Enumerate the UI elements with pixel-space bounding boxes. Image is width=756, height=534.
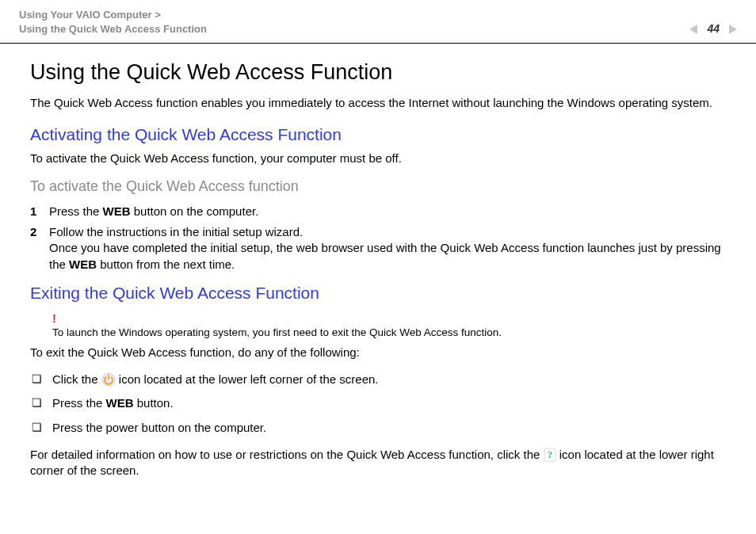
- step-text: Follow the instructions in the initial s…: [49, 225, 303, 238]
- svg-text:?: ?: [547, 448, 552, 460]
- list-item: Press the WEB button.: [30, 395, 734, 411]
- breadcrumb-section: Using Your VAIO Computer: [19, 9, 152, 21]
- page-content: Using the Quick Web Access Function The …: [0, 44, 756, 501]
- activate-intro: To activate the Quick Web Access functio…: [30, 151, 734, 166]
- chevron-right-icon: >: [155, 9, 161, 21]
- activation-steps: Press the WEB button on the computer. Fo…: [30, 204, 734, 273]
- page-number: 44: [707, 21, 720, 36]
- list-text: Click the: [52, 372, 101, 386]
- exit-options-list: Click the icon located at the lower left…: [30, 372, 734, 436]
- page-header: Using Your VAIO Computer > Using the Qui…: [0, 0, 756, 43]
- list-text: Press the: [52, 396, 106, 410]
- breadcrumb: Using Your VAIO Computer > Using the Qui…: [19, 8, 207, 36]
- svg-marker-0: [689, 25, 697, 34]
- section-heading-activate: Activating the Quick Web Access Function: [30, 124, 734, 146]
- help-icon: ?: [544, 448, 556, 462]
- caution-text: To launch the Windows operating system, …: [52, 326, 734, 340]
- list-item: Press the power button on the computer.: [30, 420, 734, 436]
- step-text: Press the: [49, 204, 103, 218]
- prev-page-button[interactable]: [686, 22, 702, 36]
- svg-marker-1: [729, 25, 737, 34]
- step-text-bold: WEB: [69, 257, 97, 271]
- page-intro: The Quick Web Access function enables yo…: [30, 95, 734, 111]
- breadcrumb-page: Using the Quick Web Access Function: [19, 23, 207, 35]
- caution-icon: !: [52, 311, 734, 326]
- list-item: Click the icon located at the lower left…: [30, 372, 734, 387]
- trail-text: For detailed information on how to use o…: [30, 448, 544, 461]
- list-text: icon located at the lower left corner of…: [119, 372, 379, 386]
- power-icon: [101, 372, 116, 387]
- page-navigation: 44: [686, 21, 740, 36]
- trailing-paragraph: For detailed information on how to use o…: [30, 447, 734, 479]
- step-item: Follow the instructions in the initial s…: [30, 224, 734, 273]
- list-text: Press the power button on the computer.: [52, 421, 266, 434]
- caution-note: ! To launch the Windows operating system…: [30, 311, 734, 339]
- page: Using Your VAIO Computer > Using the Qui…: [0, 0, 756, 534]
- procedure-heading: To activate the Quick Web Access functio…: [30, 177, 734, 196]
- list-text: button.: [134, 396, 174, 410]
- step-text: button on the computer.: [131, 204, 259, 218]
- step-text: button from the next time.: [97, 257, 235, 271]
- next-page-button[interactable]: [724, 22, 740, 36]
- step-item: Press the WEB button on the computer.: [30, 204, 734, 219]
- list-text-bold: WEB: [106, 396, 134, 410]
- exit-intro: To exit the Quick Web Access function, d…: [30, 345, 734, 360]
- section-heading-exit: Exiting the Quick Web Access Function: [30, 282, 734, 304]
- step-text-bold: WEB: [103, 204, 131, 218]
- page-title: Using the Quick Web Access Function: [30, 58, 734, 86]
